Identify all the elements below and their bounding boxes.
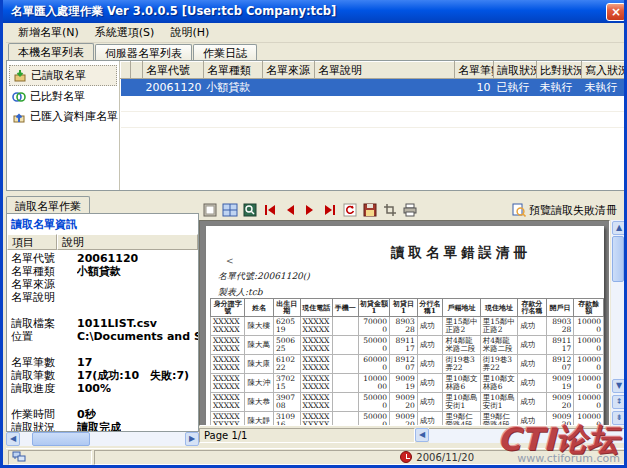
- read-work-panel: 讀取名單作業 讀取名單資訊 項目 說明 名單代號 20061120 名單種類 小…: [6, 196, 199, 446]
- prev-page-icon[interactable]: [281, 201, 299, 219]
- info-header-item[interactable]: 項目: [7, 234, 57, 250]
- read-list-info-box: 讀取名單資訊 項目 說明 名單代號 20061120 名單種類 小額貸款 名單來…: [6, 213, 199, 432]
- list-header-source[interactable]: 名單來源: [263, 62, 315, 79]
- cell-write-status: 未執行: [582, 79, 626, 96]
- rh-addr-cur: 現住地址: [480, 299, 517, 317]
- menu-system-options[interactable]: 系統選項(S): [87, 23, 163, 42]
- list-header-write-status[interactable]: 寫入狀況: [582, 62, 626, 79]
- multi-page-view-icon[interactable]: [221, 201, 239, 219]
- list-row-selected[interactable]: 20061120 小額貸款 10 已執行 未執行 未執行: [121, 79, 626, 96]
- info-row: [11, 343, 198, 356]
- zoom-view-icon[interactable]: [241, 201, 259, 219]
- scroll-right-button[interactable]: ▶: [185, 432, 199, 446]
- scroll-track[interactable]: [20, 432, 185, 446]
- preview-fail-report-button[interactable]: 預覽讀取失敗清冊: [508, 202, 621, 219]
- sidebar-item-label: 已比對名單: [30, 89, 85, 104]
- rc-amount1: 600000: [358, 354, 389, 373]
- list-table-wrap: 名單代號 名單種類 名單來源 名單說明 名單筆數 讀取狀況 比對狀況 寫入狀況 …: [120, 61, 626, 190]
- rh-id: 身分證字號: [211, 299, 245, 317]
- scroll-track[interactable]: [429, 428, 627, 443]
- rc-name: 陳大恭: [245, 392, 274, 411]
- last-page-icon[interactable]: [321, 201, 339, 219]
- list-header-read-status[interactable]: 讀取狀況: [494, 62, 537, 79]
- status-time: 2006/11/20: [416, 452, 474, 463]
- info-row-label: 位置: [11, 330, 77, 343]
- cell-type: 小額貸款: [204, 79, 263, 96]
- rc-deposit-branch: 成功: [518, 373, 547, 392]
- rc-addr-cur: 街19巷3弄22: [480, 354, 517, 373]
- list-header-select[interactable]: [121, 62, 131, 79]
- rc-birth: 370215: [274, 373, 301, 392]
- info-row: 名單來源: [11, 278, 198, 291]
- list-sidebar: 已讀取名單 已比對名單 已匯入資料庫名單: [7, 61, 120, 190]
- rc-balance: 100000: [574, 411, 604, 426]
- list-header-compare-status[interactable]: 比對狀況: [537, 62, 582, 79]
- list-header-desc[interactable]: 名單說明: [315, 62, 455, 79]
- tab-server-list[interactable]: 伺服器名單列表: [95, 44, 192, 60]
- list-header-icon[interactable]: [131, 62, 143, 79]
- next-page-icon[interactable]: [301, 201, 319, 219]
- scroll-left-button[interactable]: ◀: [6, 432, 20, 446]
- info-row: [11, 395, 198, 408]
- tab-read-list-job[interactable]: 讀取名單作業: [6, 196, 90, 213]
- report-page: < 讀取名單錯誤清冊 名單代號:20061120() 製表人:tcb 身分證字號: [206, 226, 604, 426]
- menu-new-list[interactable]: 新增名單(N): [10, 23, 87, 42]
- title-bar: 名單匯入處理作業 Ver 3.0.0.5 [User:tcb Company:t…: [3, 0, 627, 23]
- tab-job-log[interactable]: 作業日誌: [193, 44, 257, 60]
- rh-name: 姓名: [245, 299, 274, 317]
- refresh-icon[interactable]: [341, 201, 359, 219]
- rh-branch1: 分行名稱1: [417, 299, 443, 317]
- scroll-thumb[interactable]: [32, 432, 90, 446]
- rc-name: 陳大樓: [245, 316, 274, 335]
- scroll-up-button[interactable]: ▲: [612, 221, 626, 235]
- list-header-code[interactable]: 名單代號: [143, 62, 204, 79]
- crop-icon[interactable]: [381, 201, 399, 219]
- rc-birth: 500625: [274, 335, 301, 354]
- scroll-down-button[interactable]: ▼: [612, 379, 626, 393]
- status-grip-cell: [8, 450, 92, 465]
- rc-addr-cur: 里10鄰島安街1: [480, 392, 517, 411]
- report-row: XXXXXXXXXX 陳大靜 310916 XXXXXXXXXX 500000 …: [211, 411, 604, 426]
- sidebar-item-compared-lists[interactable]: 已比對名單: [9, 87, 117, 106]
- info-row: 讀取進度 100%: [11, 382, 198, 395]
- list-area: 已讀取名單 已比對名單 已匯入資料庫名單: [6, 60, 627, 191]
- first-page-icon[interactable]: [261, 201, 279, 219]
- print-icon[interactable]: [401, 201, 419, 219]
- scroll-left-button[interactable]: ◀: [415, 428, 429, 442]
- whole-page-view-icon[interactable]: [201, 201, 219, 219]
- rh-amount1: 初貸金額1: [358, 299, 389, 317]
- rc-loan-date1: 900920: [390, 392, 418, 411]
- info-row: 讀取筆數 17(成功:10 失敗:7): [11, 369, 198, 382]
- sidebar-item-read-lists[interactable]: 已讀取名單: [9, 65, 117, 86]
- report-row: XXXXXXXXXX 陳大沖 370215 XXXXXXXXXX 1000000…: [211, 373, 604, 392]
- rc-open-date: 891207: [546, 354, 574, 373]
- menu-help[interactable]: 說明(H): [162, 23, 217, 42]
- save-icon[interactable]: [361, 201, 379, 219]
- report-title: 讀取名單錯誤清冊: [391, 244, 531, 262]
- rc-branch1: 成功: [417, 392, 443, 411]
- rc-branch1: 成功: [417, 316, 443, 335]
- rc-branch1: 成功: [417, 335, 443, 354]
- rc-deposit-branch: 成功: [518, 392, 547, 411]
- rc-loan-date1: 900919: [390, 373, 418, 392]
- rc-branch1: 成功: [417, 411, 443, 426]
- main-tabstrip: 本機名單列表 伺服器名單列表 作業日誌: [6, 43, 627, 60]
- tab-local-list[interactable]: 本機名單列表: [8, 43, 94, 60]
- scroll-thumb[interactable]: [612, 236, 624, 282]
- rc-addr-reg: 里10鄰島安街1: [443, 392, 480, 411]
- page-down-button[interactable]: ⇟: [612, 411, 626, 425]
- close-button[interactable]: ×: [606, 3, 626, 21]
- cell-count: 10: [455, 79, 494, 96]
- info-header-desc[interactable]: 說明: [57, 234, 198, 250]
- sidebar-item-imported-db-lists[interactable]: 已匯入資料庫名單: [9, 107, 117, 126]
- rc-open-date: 900919: [546, 373, 574, 392]
- page-up-button[interactable]: ⇞: [612, 395, 626, 409]
- network-computers-icon: [12, 450, 26, 464]
- list-header-count[interactable]: 名單筆數: [455, 62, 494, 79]
- rc-balance: 100000: [574, 335, 604, 354]
- list-header-type[interactable]: 名單種類: [204, 62, 263, 79]
- info-row-value: 0秒: [77, 408, 96, 421]
- scroll-track[interactable]: [611, 236, 627, 378]
- info-row-value: 17: [77, 356, 92, 369]
- list-row-empty: [121, 96, 626, 112]
